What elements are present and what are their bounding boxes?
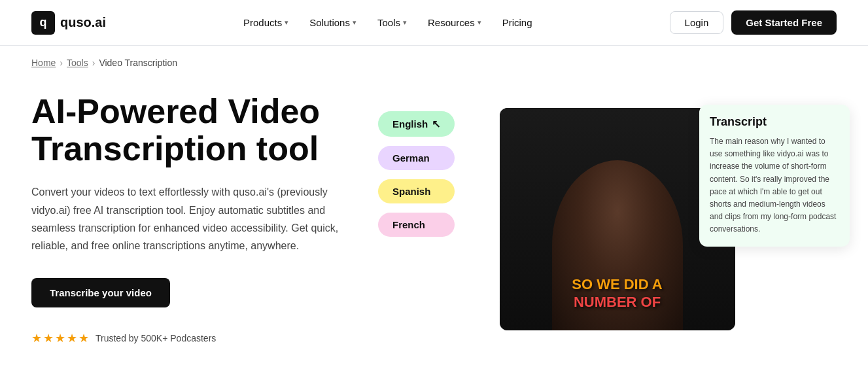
logo-name: quso.ai	[60, 15, 106, 30]
trust-text: Trusted by 500K+ Podcasters	[95, 333, 216, 343]
hero-right: English ↖ German Spanish French SO WE DI…	[398, 98, 837, 340]
chevron-down-icon: ▾	[403, 18, 407, 27]
login-button[interactable]: Login	[670, 11, 724, 34]
breadcrumb-sep-1: ›	[60, 58, 63, 68]
nav-item-tools[interactable]: Tools ▾	[368, 12, 416, 33]
logo[interactable]: q quso.ai	[31, 11, 106, 35]
cursor-icon: ↖	[432, 118, 440, 130]
chevron-down-icon: ▾	[353, 18, 356, 27]
star-rating: ★★★★★	[31, 331, 90, 345]
pill-french[interactable]: French	[378, 213, 455, 237]
breadcrumb-sep-2: ›	[92, 58, 95, 68]
language-pills: English ↖ German Spanish French	[378, 111, 455, 237]
transcript-card-body: The main reason why I wanted to use some…	[710, 135, 839, 236]
pill-german[interactable]: German	[378, 146, 455, 170]
chevron-down-icon: ▾	[477, 18, 481, 27]
main-content: AI-Powered Video Transcription tool Conv…	[0, 72, 868, 373]
chevron-down-icon: ▾	[285, 18, 288, 27]
breadcrumb-current: Video Transcription	[99, 58, 177, 68]
pill-german-label: German	[392, 152, 430, 164]
hero-description: Convert your videos to text effortlessly…	[31, 183, 345, 254]
nav-item-products[interactable]: Products ▾	[234, 12, 298, 33]
nav-links: Products ▾ Solutions ▾ Tools ▾ Resources…	[234, 12, 542, 33]
logo-q-letter: q	[40, 16, 47, 29]
nav-item-pricing[interactable]: Pricing	[493, 12, 542, 33]
pill-spanish[interactable]: Spanish	[378, 179, 455, 203]
trust-row: ★★★★★ Trusted by 500K+ Podcasters	[31, 331, 372, 345]
get-started-button[interactable]: Get Started Free	[731, 10, 837, 35]
breadcrumb-home[interactable]: Home	[31, 58, 56, 68]
hero-left: AI-Powered Video Transcription tool Conv…	[31, 93, 372, 345]
hero-title: AI-Powered Video Transcription tool	[31, 93, 372, 167]
video-line2: NUMBER OF	[572, 294, 663, 311]
video-overlay-text: SO WE DID A NUMBER OF	[572, 276, 663, 311]
transcript-card-title: Transcript	[710, 115, 839, 129]
pill-english-label: English	[392, 118, 428, 130]
breadcrumb: Home › Tools › Video Transcription	[0, 46, 868, 72]
transcript-card: Transcript The main reason why I wanted …	[699, 105, 850, 247]
nav-item-solutions[interactable]: Solutions ▾	[300, 12, 366, 33]
transcribe-button[interactable]: Transcribe your video	[31, 278, 170, 307]
navbar: q quso.ai Products ▾ Solutions ▾ Tools ▾…	[0, 0, 868, 46]
pill-english[interactable]: English ↖	[378, 111, 455, 137]
video-line1: SO WE DID A	[572, 276, 663, 293]
pill-spanish-label: Spanish	[392, 186, 430, 197]
nav-actions: Login Get Started Free	[670, 10, 837, 35]
nav-item-resources[interactable]: Resources ▾	[419, 12, 491, 33]
pill-french-label: French	[392, 219, 425, 230]
breadcrumb-tools[interactable]: Tools	[67, 58, 88, 68]
logo-box: q	[31, 11, 55, 35]
